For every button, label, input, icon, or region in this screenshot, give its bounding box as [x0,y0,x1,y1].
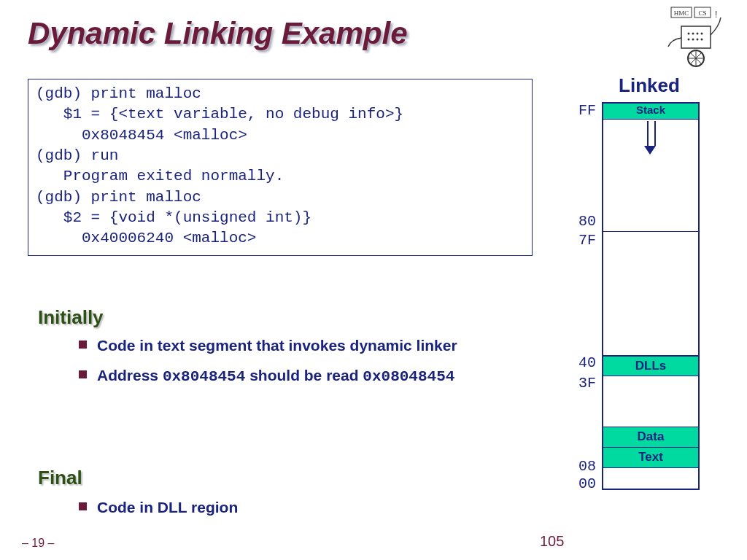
code-line: $1 = {<text variable, no debug info>} [36,106,403,122]
segment-dlls: DLLs [603,356,698,376]
memory-diagram-title: Linked [598,74,700,97]
addr-label: 40 [571,354,596,371]
bullet-item: Code in text segment that invokes dynami… [79,335,516,355]
bullet-text: Address 0x8048454 should be read 0x08048… [97,365,454,386]
memory-layout: Stack DLLs Data Text [602,102,700,490]
bullet-icon [79,502,87,510]
segment-data: Data [603,427,698,448]
svg-point-9 [701,33,703,35]
hmc-cs-logo: HMC CS ! [664,4,729,69]
code-line: 0x40006240 <malloc> [36,230,256,246]
stack-grows-down-icon [647,121,656,155]
code-line: (gdb) run [36,147,118,164]
svg-rect-5 [681,26,711,48]
page-number-right: 105 [540,533,564,550]
addr-label: 08 [571,458,596,475]
addr-label: 00 [571,475,596,492]
svg-text:HMC: HMC [674,9,689,17]
bullet-text: Code in DLL region [97,497,238,517]
segment-empty [603,232,698,356]
section-initially: Initially [38,306,104,329]
addr-label: 80 [571,213,596,230]
addr-label: 3F [571,375,596,392]
svg-point-11 [692,39,694,41]
code-line: $2 = {void *(unsigned int)} [36,209,311,226]
bullet-icon [79,341,87,349]
svg-point-8 [697,33,699,35]
segment-empty [603,376,698,427]
addr-label: FF [571,102,596,119]
gdb-output-box: (gdb) print malloc $1 = {<text variable,… [28,79,533,256]
addr-label: 7F [571,232,596,249]
segment-empty [603,468,698,487]
svg-point-10 [688,39,690,41]
svg-point-13 [701,39,703,41]
code-line: Program exited normally. [36,168,284,184]
segment-stack: Stack [603,104,698,120]
slide-title: Dynamic Linking Example [28,16,408,51]
bullet-icon [79,370,87,378]
bullet-item: Code in DLL region [79,497,516,517]
svg-point-6 [688,33,690,35]
code-line: (gdb) print malloc [36,189,201,206]
page-number-left: – 19 – [22,537,54,550]
svg-text:CS: CS [698,9,706,17]
code-line: (gdb) print malloc [36,85,201,102]
svg-point-12 [697,39,699,41]
bullet-item: Address 0x8048454 should be read 0x08048… [79,365,516,386]
segment-text: Text [603,448,698,468]
section-final: Final [38,467,82,489]
svg-point-7 [692,33,694,35]
svg-text:!: ! [715,9,717,20]
bullet-text: Code in text segment that invokes dynami… [97,335,457,355]
memory-diagram: FF 80 7F 40 3F 08 00 Stack DLLs Data Tex… [602,102,697,490]
code-line: 0x8048454 <malloc> [36,127,247,144]
